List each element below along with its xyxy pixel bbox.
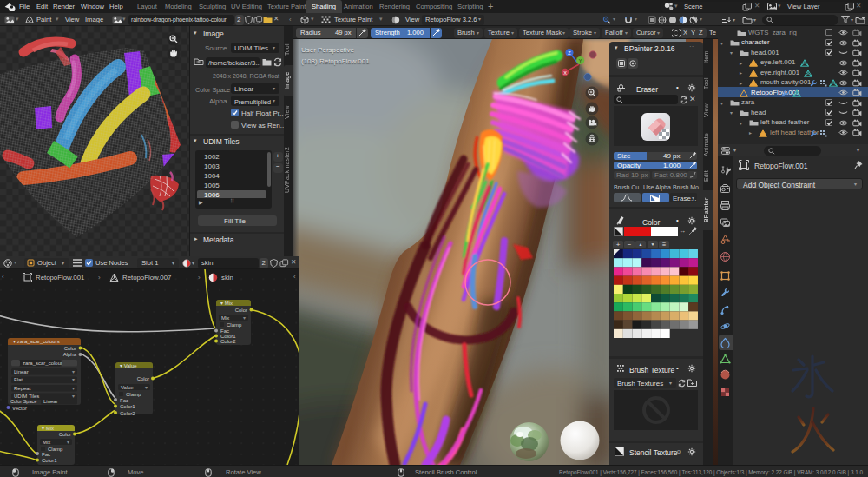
svg-text:▾ Mix: ▾ Mix	[42, 426, 54, 431]
svg-text:Color2: Color2	[120, 411, 135, 416]
svg-text:Repeat: Repeat	[14, 386, 31, 391]
svg-text:Mix: Mix	[221, 315, 229, 321]
svg-text:▾ Value: ▾ Value	[120, 363, 137, 368]
svg-text:X: X	[563, 70, 567, 76]
svg-text:▾: ▾	[67, 440, 69, 445]
svg-text:▾: ▾	[72, 369, 75, 374]
svg-text:Color: Color	[137, 376, 149, 381]
svg-text:Flat: Flat	[14, 377, 23, 382]
svg-text:▾: ▾	[243, 315, 246, 321]
svg-text:Linear: Linear	[43, 399, 58, 404]
svg-text:▾: ▾	[145, 385, 148, 390]
svg-text:Alpha: Alpha	[63, 352, 77, 357]
svg-text:Y: Y	[579, 58, 582, 63]
svg-text:Color1: Color1	[42, 458, 57, 463]
svg-text:Linear: Linear	[14, 369, 29, 374]
svg-text:Clamp: Clamp	[227, 322, 242, 328]
svg-text:Color: Color	[59, 432, 71, 437]
svg-text:Fac: Fac	[42, 452, 50, 457]
svg-text:Value: Value	[121, 385, 135, 390]
svg-text:▾: ▾	[72, 386, 75, 391]
svg-text:Color: Color	[235, 308, 247, 313]
svg-text:▾ Mix: ▾ Mix	[220, 301, 233, 306]
svg-text:Color Space: Color Space	[10, 399, 36, 404]
svg-text:zara_scar_colours: zara_scar_colours	[23, 361, 65, 366]
svg-text:Color: Color	[64, 346, 76, 351]
svg-text:Color2: Color2	[220, 339, 236, 344]
svg-text:Fac: Fac	[120, 398, 128, 403]
svg-text:Vector: Vector	[12, 406, 27, 411]
svg-text:Clamp: Clamp	[126, 392, 141, 397]
svg-text:▾ zara_scar_colours: ▾ zara_scar_colours	[13, 339, 60, 344]
svg-text:Color1: Color1	[120, 404, 135, 409]
svg-text:▾: ▾	[72, 377, 75, 382]
svg-text:Mix: Mix	[43, 440, 50, 445]
